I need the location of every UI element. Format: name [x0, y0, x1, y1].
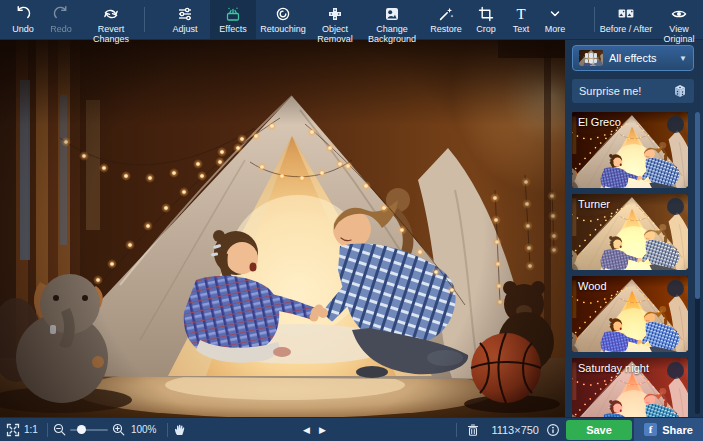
effect-name: Saturday night — [578, 362, 649, 374]
redo-icon — [52, 5, 70, 23]
zoom-in-button[interactable] — [112, 423, 125, 436]
effect-card-el-greco[interactable]: El Greco — [572, 112, 688, 188]
adjust-sliders-icon — [176, 5, 194, 23]
toolbar-spacer — [572, 0, 592, 39]
trash-icon — [466, 423, 480, 437]
zoom-out-button[interactable] — [53, 423, 66, 436]
delete-photo-button[interactable] — [466, 423, 480, 437]
restore-button[interactable]: Restore — [424, 0, 468, 39]
statusbar-right-group: 1113×750 Save f Share — [451, 418, 703, 441]
category-label: All effects — [609, 52, 657, 64]
undo-label: Undo — [12, 24, 34, 34]
effect-card-wood[interactable]: Wood — [572, 276, 688, 352]
fit-to-screen-button[interactable] — [6, 423, 20, 437]
eye-icon — [670, 5, 688, 23]
undo-icon — [14, 5, 32, 23]
zoom-level: 100% — [131, 424, 157, 435]
category-thumbnail — [579, 50, 603, 66]
heart-icon — [667, 116, 688, 188]
dice-icon — [673, 84, 687, 98]
effect-name: El Greco — [578, 116, 621, 128]
effects-grid-icon — [585, 53, 597, 63]
effect-name: Turner — [578, 198, 610, 210]
change-background-label: Change Background — [360, 24, 424, 44]
next-photo-button[interactable]: ▶ — [319, 425, 326, 435]
change-background-button[interactable]: Change Background — [360, 0, 424, 39]
redo-button[interactable]: Redo — [42, 0, 80, 39]
effect-card-saturday-night[interactable]: Saturday night — [572, 358, 688, 417]
statusbar-separator — [456, 423, 457, 437]
restore-label: Restore — [430, 24, 462, 34]
previous-photo-button[interactable]: ◀ — [303, 425, 310, 435]
effects-button[interactable]: Effects — [210, 0, 256, 39]
info-icon — [546, 423, 560, 437]
surprise-me-label: Surprise me! — [579, 85, 641, 97]
scrollbar-thumb[interactable] — [695, 112, 700, 299]
more-button[interactable]: More — [538, 0, 572, 39]
fit-to-screen-icon — [6, 423, 20, 437]
crop-label: Crop — [476, 24, 496, 34]
retouching-button[interactable]: Retouching — [256, 0, 310, 39]
view-original-button[interactable]: View Original — [655, 0, 703, 39]
zoom-slider[interactable] — [70, 425, 108, 435]
zoom-in-icon — [112, 423, 125, 436]
retouching-label: Retouching — [260, 24, 306, 34]
actual-size-button[interactable]: 1:1 — [24, 424, 38, 435]
object-removal-button[interactable]: Object Removal — [310, 0, 360, 39]
undo-button[interactable]: Undo — [4, 0, 42, 39]
zoom-slider-knob[interactable] — [77, 425, 86, 434]
more-label: More — [545, 24, 566, 34]
share-button[interactable]: f Share — [634, 418, 703, 441]
before-after-icon — [616, 5, 636, 23]
statusbar-separator — [47, 423, 48, 437]
facebook-icon: f — [644, 423, 657, 436]
revert-changes-label: Revert Changes — [80, 24, 142, 44]
chevron-down-icon — [546, 5, 564, 23]
zoom-out-icon — [53, 423, 66, 436]
share-label: Share — [662, 424, 693, 436]
effect-category-dropdown[interactable]: All effects ▼ — [572, 45, 694, 71]
revert-changes-button[interactable]: Revert Changes — [80, 0, 142, 39]
heart-icon — [667, 362, 688, 417]
favorite-button[interactable] — [667, 362, 684, 379]
svg-text:T: T — [516, 6, 525, 22]
before-after-button[interactable]: Before / After — [597, 0, 655, 39]
effects-scrollbar[interactable] — [695, 112, 700, 414]
statusbar-separator — [167, 423, 168, 437]
hand-icon — [173, 423, 186, 436]
change-background-icon — [383, 5, 401, 23]
retouching-icon — [274, 5, 292, 23]
save-button[interactable]: Save — [566, 420, 632, 440]
zoom-slider-track — [70, 429, 108, 431]
image-info-button[interactable] — [546, 423, 560, 437]
image-dimensions: 1113×750 — [491, 424, 539, 436]
photo-editor-app: Undo Redo Revert Changes Adjust Effects … — [0, 0, 703, 441]
edited-photo — [0, 40, 565, 417]
favorite-button[interactable] — [667, 198, 684, 215]
status-bar: 1:1 100% ◀ ▶ 1113×750 — [0, 417, 703, 441]
adjust-label: Adjust — [172, 24, 197, 34]
effects-label: Effects — [219, 24, 246, 34]
surprise-me-button[interactable]: Surprise me! — [572, 79, 694, 103]
effect-name: Wood — [578, 280, 607, 292]
top-toolbar: Undo Redo Revert Changes Adjust Effects … — [0, 0, 703, 40]
crop-icon — [477, 5, 495, 23]
adjust-button[interactable]: Adjust — [160, 0, 210, 39]
before-after-label: Before / After — [600, 24, 653, 34]
redo-label: Redo — [50, 24, 72, 34]
object-removal-patch-icon — [326, 5, 344, 23]
favorite-button[interactable] — [667, 280, 684, 297]
heart-icon — [667, 198, 688, 270]
toolbar-separator — [144, 7, 145, 32]
effects-list: El Greco Turner Wood Saturday night — [572, 112, 688, 417]
heart-icon — [667, 280, 688, 352]
photo-canvas[interactable] — [0, 40, 565, 417]
crop-button[interactable]: Crop — [468, 0, 504, 39]
favorite-button[interactable] — [667, 116, 684, 133]
restore-wand-icon — [437, 5, 455, 23]
text-button[interactable]: T Text — [504, 0, 538, 39]
hand-tool-button[interactable] — [173, 423, 186, 436]
view-original-label: View Original — [655, 24, 703, 44]
dropdown-caret-icon: ▼ — [679, 54, 687, 63]
effect-card-turner[interactable]: Turner — [572, 194, 688, 270]
